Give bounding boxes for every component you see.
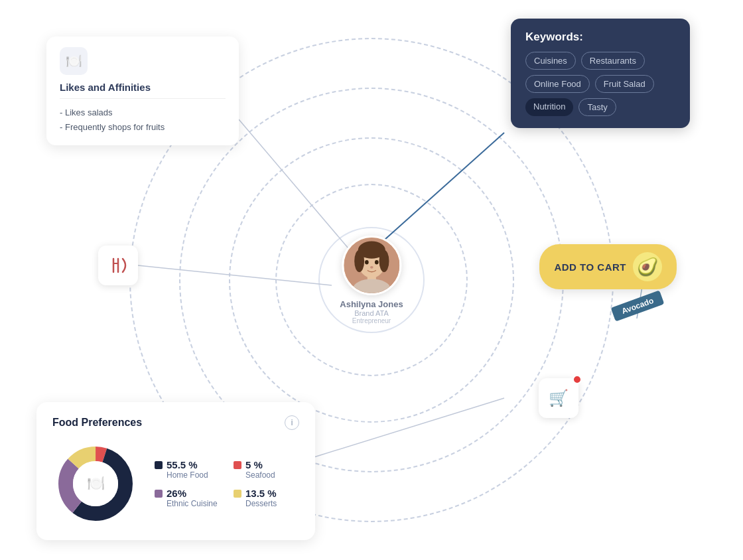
legend-home-food: 55.5 % Home Food bbox=[155, 459, 220, 480]
dot-ethnic bbox=[155, 490, 163, 498]
cart-badge bbox=[573, 375, 582, 384]
tag-cuisines[interactable]: Cuisines bbox=[525, 52, 576, 70]
food-prefs-body: 🍽️ 55.5 % Home Food 5 % Seafood bbox=[52, 441, 299, 527]
likes-item-2: - Frequently shops for fruits bbox=[60, 120, 226, 135]
tag-tasty[interactable]: Tasty bbox=[578, 98, 616, 116]
avatar bbox=[342, 236, 401, 295]
cart-icon: 🛒 bbox=[549, 389, 569, 407]
svg-point-9 bbox=[379, 250, 389, 273]
pct-seafood: 5 % bbox=[245, 459, 263, 470]
cart-icon-card[interactable]: 🛒 bbox=[539, 378, 578, 418]
tag-online-food[interactable]: Online Food bbox=[525, 75, 590, 93]
tag-restaurants[interactable]: Restaurants bbox=[581, 52, 645, 70]
tag-nutrition[interactable]: Nutrition bbox=[525, 98, 573, 116]
svg-point-14 bbox=[370, 266, 373, 269]
food-icon-card bbox=[98, 245, 138, 285]
svg-point-8 bbox=[354, 250, 364, 273]
avocado-label: Avocado bbox=[610, 290, 664, 321]
label-seafood: Seafood bbox=[245, 470, 299, 480]
legend-seafood: 5 % Seafood bbox=[234, 459, 299, 480]
dot-home-food bbox=[155, 461, 163, 469]
tag-fruit-salad[interactable]: Fruit Salad bbox=[595, 75, 654, 93]
add-to-cart-label: ADD TO CART bbox=[554, 261, 626, 273]
pct-home-food: 55.5 % bbox=[167, 459, 198, 470]
legend-ethnic: 26% Ethnic Cuisine bbox=[155, 488, 220, 508]
label-desserts: Desserts bbox=[245, 499, 299, 508]
food-prefs-title: Food Preferences bbox=[52, 417, 142, 429]
keywords-tags: Cuisines Restaurants Online Food Fruit S… bbox=[525, 52, 675, 116]
dot-desserts bbox=[234, 490, 241, 498]
dot-seafood bbox=[234, 461, 241, 469]
label-ethnic: Ethnic Cuisine bbox=[167, 499, 220, 508]
food-preferences-card: Food Preferences i bbox=[36, 402, 315, 540]
center-profile: Ashilyna Jones Brand ATA Entrepreneur bbox=[340, 236, 403, 324]
likes-card: 🍽️ Likes and Affinities - Likes salads -… bbox=[46, 36, 239, 145]
food-prefs-legend: 55.5 % Home Food 5 % Seafood 26% Ethnic … bbox=[155, 459, 299, 508]
likes-title: Likes and Affinities bbox=[60, 82, 226, 99]
avocado-icon: 🥑 bbox=[633, 252, 662, 281]
svg-point-13 bbox=[375, 260, 379, 265]
food-prefs-header: Food Preferences i bbox=[52, 415, 299, 430]
keywords-title: Keywords: bbox=[525, 31, 675, 44]
add-to-cart-button[interactable]: ADD TO CART 🥑 bbox=[539, 244, 677, 289]
person-name: Ashilyna Jones bbox=[340, 299, 403, 309]
donut-chart: 🍽️ bbox=[52, 441, 139, 527]
pct-desserts: 13.5 % bbox=[245, 488, 277, 499]
likes-item-1: - Likes salads bbox=[60, 105, 226, 120]
info-icon[interactable]: i bbox=[285, 415, 299, 430]
person-subtitle: Entrepreneur bbox=[352, 317, 391, 324]
legend-desserts: 13.5 % Desserts bbox=[234, 488, 299, 508]
svg-text:🍽️: 🍽️ bbox=[87, 474, 105, 492]
person-title: Brand ATA bbox=[354, 309, 389, 317]
keywords-card: Keywords: Cuisines Restaurants Online Fo… bbox=[511, 19, 690, 128]
svg-point-12 bbox=[365, 260, 369, 265]
label-home-food: Home Food bbox=[167, 470, 220, 480]
likes-icon: 🍽️ bbox=[60, 47, 88, 75]
pct-ethnic: 26% bbox=[167, 488, 186, 499]
